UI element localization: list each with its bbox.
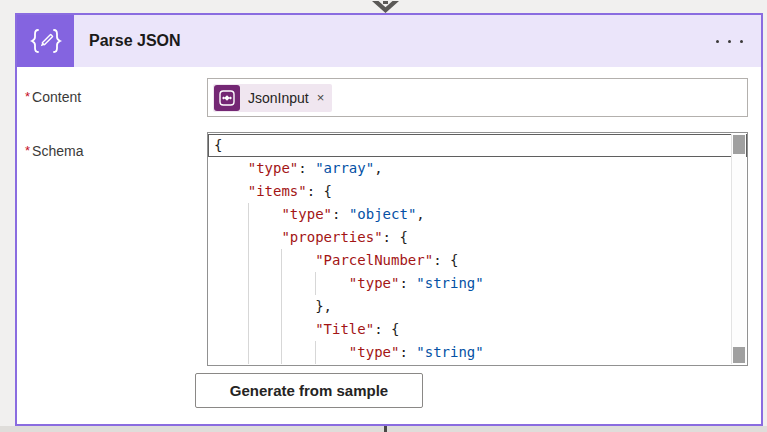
parse-json-connector-icon xyxy=(17,15,74,67)
schema-field-label: *Schema xyxy=(25,132,207,159)
scrollbar-thumb[interactable] xyxy=(733,135,745,154)
content-field-row: *Content JsonInput × xyxy=(25,78,748,117)
indent-guide xyxy=(248,341,249,364)
required-marker: * xyxy=(25,89,30,104)
indent-guide xyxy=(281,295,282,318)
code-line[interactable]: "properties": { xyxy=(208,226,747,249)
indent-guide xyxy=(315,272,316,295)
indent-guide xyxy=(248,318,249,341)
content-field-label: *Content xyxy=(25,78,207,105)
parse-json-action-card: Parse JSON *Content xyxy=(15,13,763,426)
indent-guide xyxy=(248,272,249,295)
token-label: JsonInput xyxy=(248,90,309,106)
schema-field-row: *Schema { "type": "array", "items": { "t… xyxy=(25,132,748,366)
outgoing-connector-line xyxy=(384,426,387,432)
code-line[interactable]: "ParcelNumber": { xyxy=(208,249,747,272)
code-line[interactable]: }, xyxy=(208,295,747,318)
indent-guide xyxy=(248,295,249,318)
content-input[interactable]: JsonInput × xyxy=(207,78,748,117)
required-marker: * xyxy=(25,143,30,158)
indent-guide xyxy=(281,249,282,272)
action-card-body: *Content JsonInput × xyxy=(17,67,761,408)
indent-guide xyxy=(281,318,282,341)
action-title: Parse JSON xyxy=(89,32,181,50)
code-line[interactable]: "type": "string" xyxy=(208,272,747,295)
token-remove-icon[interactable]: × xyxy=(317,91,325,104)
code-line[interactable]: "type": "array", xyxy=(208,157,747,180)
code-line[interactable]: "Title": { xyxy=(208,318,747,341)
code-line[interactable]: "type": "object", xyxy=(208,203,747,226)
indent-guide xyxy=(281,272,282,295)
editor-vertical-scrollbar[interactable] xyxy=(731,134,746,364)
powerapps-icon xyxy=(214,85,240,111)
indent-guide xyxy=(248,226,249,249)
indent-guide xyxy=(248,203,249,226)
scrollbar-bottom-corner[interactable] xyxy=(733,347,745,363)
incoming-connector-arrow-icon xyxy=(370,0,401,13)
code-line[interactable]: "items": { xyxy=(208,180,747,203)
code-line[interactable]: { xyxy=(208,134,747,157)
code-line[interactable]: "type": "string" xyxy=(208,341,747,364)
action-card-header[interactable]: Parse JSON xyxy=(17,15,761,67)
indent-guide xyxy=(248,249,249,272)
schema-code: { "type": "array", "items": { "type": "o… xyxy=(208,133,747,364)
schema-code-editor[interactable]: { "type": "array", "items": { "type": "o… xyxy=(207,132,748,366)
indent-guide xyxy=(281,341,282,364)
generate-from-sample-button[interactable]: Generate from sample xyxy=(195,373,423,408)
indent-guide xyxy=(315,341,316,364)
jsoninput-token-pill[interactable]: JsonInput × xyxy=(213,84,332,112)
more-options-button[interactable] xyxy=(712,32,747,51)
